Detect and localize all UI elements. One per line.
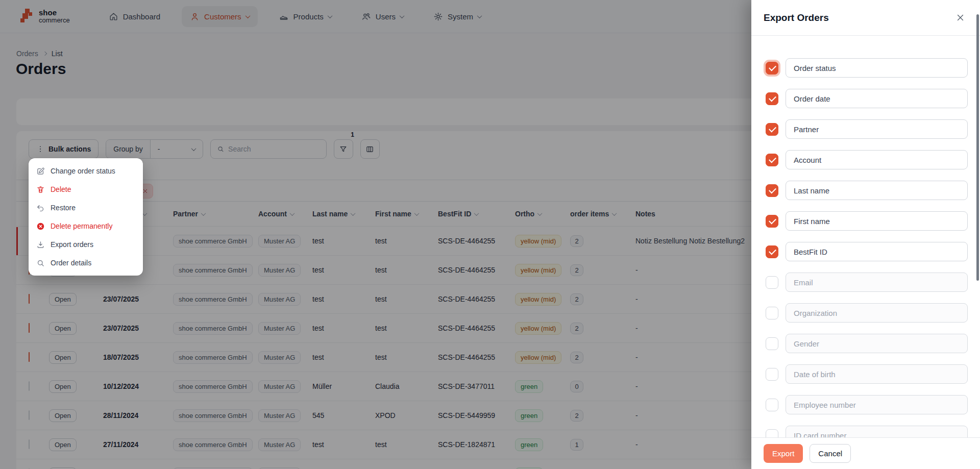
field-label-box[interactable]: Email (786, 273, 968, 292)
drawer-title: Export Orders (764, 12, 829, 23)
field-label-box[interactable]: Account (786, 150, 968, 169)
menu-item[interactable]: Change order status (29, 162, 143, 180)
field-label-box[interactable]: BestFit ID (786, 242, 968, 261)
field-label-box[interactable]: Last name (786, 181, 968, 200)
menu-item-label: Delete permanently (51, 222, 112, 230)
field-label-box[interactable]: Date of birth (786, 364, 968, 384)
field-label-box[interactable]: Partner (786, 119, 968, 139)
menu-item-icon (36, 240, 45, 249)
drawer-header: Export Orders (751, 0, 980, 36)
menu-item-icon (36, 204, 45, 212)
export-field-row: Gender (766, 334, 968, 353)
drawer-footer: Export Cancel (751, 437, 980, 469)
field-checkbox[interactable] (766, 245, 778, 258)
export-button[interactable]: Export (764, 444, 803, 463)
export-field-row: ID card number (766, 426, 968, 437)
export-field-row: First name (766, 211, 968, 231)
field-checkbox[interactable] (766, 154, 778, 166)
menu-item-icon (36, 222, 45, 231)
app-root: shoe commerce Dashboard (0, 0, 980, 469)
export-field-row: Organization (766, 303, 968, 323)
field-label-box[interactable]: Organization (786, 303, 968, 323)
field-label-box[interactable]: Employee number (786, 395, 968, 414)
export-field-row: BestFit ID (766, 242, 968, 261)
export-field-row: Last name (766, 181, 968, 200)
menu-item[interactable]: Export orders (29, 235, 143, 254)
field-checkbox[interactable] (766, 184, 778, 197)
close-drawer-button[interactable] (952, 10, 968, 26)
export-field-row: Order date (766, 89, 968, 108)
menu-item-label: Order details (51, 259, 91, 267)
field-checkbox[interactable] (766, 62, 778, 75)
field-label-box[interactable]: Order date (786, 89, 968, 108)
menu-item-label: Change order status (51, 167, 115, 175)
export-field-row: Employee number (766, 395, 968, 414)
drawer-scrollbar[interactable] (976, 14, 979, 281)
export-field-row: Order status (766, 58, 968, 78)
field-checkbox[interactable] (766, 307, 778, 319)
export-field-row: Date of birth (766, 364, 968, 384)
field-label-box[interactable]: Gender (786, 334, 968, 353)
field-checkbox[interactable] (766, 399, 778, 411)
menu-item[interactable]: Delete (29, 180, 143, 199)
field-label-box[interactable]: ID card number (786, 426, 968, 437)
menu-item-icon (36, 185, 45, 194)
export-field-row: Account (766, 150, 968, 169)
field-label-box[interactable]: Order status (786, 58, 968, 78)
menu-item[interactable]: Order details (29, 254, 143, 272)
menu-item[interactable]: Delete permanently (29, 217, 143, 235)
export-field-row: Partner (766, 119, 968, 139)
cancel-button[interactable]: Cancel (810, 444, 851, 463)
menu-item-label: Export orders (51, 240, 93, 249)
field-checkbox[interactable] (766, 92, 778, 105)
export-orders-drawer: Export Orders Order status Order date (751, 0, 980, 469)
field-checkbox[interactable] (766, 368, 778, 381)
menu-item-icon (36, 167, 45, 176)
export-fields-list: Order status Order date Partner Account (751, 36, 980, 437)
export-field-row: Email (766, 273, 968, 292)
menu-item[interactable]: Restore (29, 199, 143, 217)
close-icon (956, 13, 965, 22)
menu-item-label: Restore (51, 204, 76, 212)
field-label-box[interactable]: First name (786, 211, 968, 231)
field-checkbox[interactable] (766, 276, 778, 289)
field-checkbox[interactable] (766, 337, 778, 350)
field-checkbox[interactable] (766, 215, 778, 228)
bulk-actions-menu: Change order status Delete (29, 158, 143, 276)
menu-item-icon (36, 259, 45, 267)
field-checkbox[interactable] (766, 429, 778, 438)
field-checkbox[interactable] (766, 123, 778, 136)
menu-item-label: Delete (51, 185, 71, 193)
